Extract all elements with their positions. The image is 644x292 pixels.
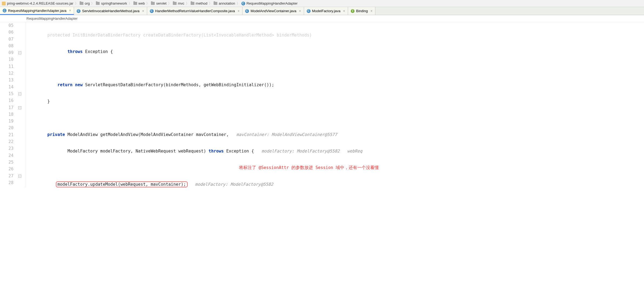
breadcrumb-item[interactable]: servlet [150,1,167,5]
close-icon[interactable]: × [69,9,71,12]
line-number: 07 [0,36,16,43]
breadcrumb-separator: 〉 [75,1,78,6]
line-number: 24 [0,152,16,159]
line-number: 21 [0,132,16,138]
class-icon: C [77,9,80,13]
highlighted-call: modelFactory.updateModel(webRequest, mav… [56,181,188,187]
breadcrumb-label: servlet [156,1,166,5]
breadcrumb-item[interactable]: springframework [95,1,128,5]
line-number: 29 [0,186,16,187]
breadcrumb-separator: 〉 [168,1,171,6]
folder-icon [191,2,194,5]
line-number: 27 [0,173,16,180]
jar-icon [2,2,6,5]
code-line: } [26,98,644,105]
breadcrumb-label: RequestMappingHandlerAdapter [247,1,298,5]
code-line: throws Exception { [26,48,644,55]
folder-icon [214,2,217,5]
line-number: 19 [0,118,16,125]
code-line [26,115,644,121]
breadcrumb-label: org [85,1,90,5]
breadcrumb-label: web [139,1,145,5]
folder-icon [151,2,155,5]
breadcrumb-label: springframework [101,1,127,5]
line-number: 05 [0,22,16,29]
breadcrumb-separator: 〉 [209,1,212,6]
code-area[interactable]: protected InitBinderDataBinderFactory cr… [26,22,644,187]
breadcrumb-item[interactable]: mvc [172,1,185,5]
breadcrumb-item[interactable]: method [190,1,208,5]
class-icon: C [3,9,6,12]
line-number: 08 [0,43,16,49]
line-number: 18 [0,111,16,118]
editor-tab[interactable]: IBinding× [348,7,375,15]
breadcrumb: pring-webmvc-4.2.4.RELEASE-sources.jar〉o… [0,0,644,7]
breadcrumb-label: method [196,1,207,5]
line-gutter: 05060708091011@1213141516171819202122232… [0,22,16,187]
close-icon[interactable]: × [370,9,372,13]
breadcrumb-label: mvc [178,1,184,5]
close-icon[interactable]: × [299,9,301,13]
breadcrumb-item[interactable]: org [79,1,91,5]
editor-tab[interactable]: CModelFactory.java× [304,7,348,15]
class-icon: C [245,9,249,13]
code-line [26,65,644,72]
line-number: 15 [0,91,16,97]
code-line: return new ServletRequestDataBinderFacto… [26,82,644,88]
line-number: 26 [0,166,16,172]
editor-tab[interactable]: CServletInvocableHandlerMethod.java× [74,7,147,15]
code-line: protected InitBinderDataBinderFactory cr… [26,32,644,39]
breadcrumb-separator: 〉 [91,1,95,6]
tab-label: HandlerMethodReturnValueHandlerComposite… [155,9,235,13]
breadcrumb-label: annotation [219,1,235,5]
folder-icon [80,2,83,5]
line-number: 11@ [0,63,16,70]
close-icon[interactable]: × [238,9,240,13]
line-number: 16 [0,97,16,104]
tab-label: RequestMappingHandlerAdapter.java [8,9,66,13]
breadcrumb-separator: 〉 [237,1,240,6]
fold-toggle[interactable]: — [18,51,21,54]
editor-tab[interactable]: CHandlerMethodReturnValueHandlerComposit… [147,7,242,15]
tab-label: ServletInvocableHandlerMethod.java [82,9,139,13]
line-number: 17 [0,104,16,111]
interface-icon: I [351,9,355,13]
line-number: 22 [0,138,16,145]
tab-label: ModelFactory.java [312,9,340,13]
fold-toggle[interactable]: — [18,175,21,178]
breadcrumb-item[interactable]: web [133,1,146,5]
code-editor[interactable]: 05060708091011@1213141516171819202122232… [0,22,644,187]
code-annotation: 将标注了 @SessionAttr 的参数放进 Session 域中，还有一个没… [26,164,644,171]
editor-tab[interactable]: CModelAndViewContainer.java× [242,7,304,15]
code-line: ModelFactory modelFactory, NativeWebRequ… [26,148,644,155]
breadcrumb-label: pring-webmvc-4.2.4.RELEASE-sources.jar [7,1,73,5]
line-number: 28 [0,180,16,186]
line-number: 09 [0,49,16,56]
close-icon[interactable]: × [343,9,345,13]
line-number: 12 [0,70,16,77]
context-bar: RequestMappingHandlerAdapter [0,15,644,22]
line-number: 20 [0,125,16,131]
folder-icon [96,2,100,5]
line-number: 06 [0,29,16,36]
breadcrumb-item[interactable]: pring-webmvc-4.2.4.RELEASE-sources.jar [1,1,74,5]
breadcrumb-item[interactable]: annotation [213,1,236,5]
breadcrumb-separator: 〉 [129,1,132,6]
line-number: 25 [0,159,16,166]
breadcrumb-separator: 〉 [186,1,189,6]
class-icon: C [241,2,245,5]
fold-toggle[interactable]: — [18,106,21,109]
folder-icon [173,2,177,5]
breadcrumb-item[interactable]: CRequestMappingHandlerAdapter [241,1,298,5]
fold-column: ————— [16,22,26,187]
code-line: modelFactory.updateModel(webRequest, mav… [26,181,644,187]
line-number: 14 [0,84,16,91]
line-number: 10 [0,56,16,63]
class-icon: C [150,9,154,13]
line-number: 13 [0,77,16,84]
tab-label: ModelAndViewContainer.java [251,9,296,13]
editor-tab[interactable]: CRequestMappingHandlerAdapter.java× [0,7,74,15]
editor-tabs: CRequestMappingHandlerAdapter.java×CServ… [0,7,644,15]
fold-toggle[interactable]: — [18,92,21,95]
close-icon[interactable]: × [142,9,144,13]
